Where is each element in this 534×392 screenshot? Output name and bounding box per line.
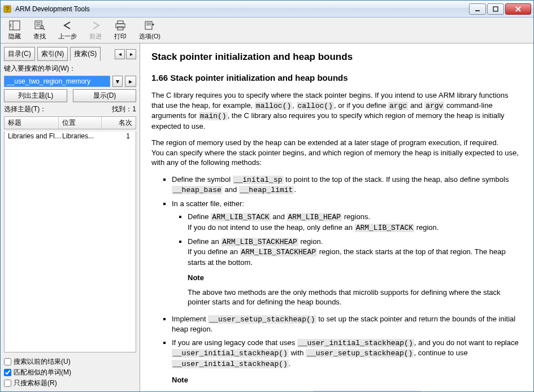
window-title: ARM Development Tools xyxy=(15,5,469,13)
code: malloc() xyxy=(255,102,292,110)
back-label: 上一步 xyxy=(58,32,77,41)
options-label: 选项(O) xyxy=(139,32,160,41)
content-pane[interactable]: Stack pointer initialization and heap bo… xyxy=(140,43,533,391)
back-icon xyxy=(62,20,73,31)
list-item: Define the symbol __inital_sp to point t… xyxy=(172,175,522,195)
close-button[interactable] xyxy=(505,3,531,15)
svg-rect-17 xyxy=(145,21,152,29)
list-item: In a scatter file, either: Define ARM_LI… xyxy=(172,199,522,307)
paragraph: The C library requires you to specify wh… xyxy=(151,90,522,131)
tab-index[interactable]: 索引(N) xyxy=(37,47,68,61)
code: ARM_LIB_STACK xyxy=(355,224,414,232)
check-similar-words[interactable]: 匹配相似的单词(M) xyxy=(4,368,136,377)
code: argv xyxy=(424,102,444,110)
titlebar[interactable]: ? ARM Development Tools xyxy=(1,1,533,18)
code: ARM_LIB_STACKHEAP xyxy=(221,238,298,246)
find-icon xyxy=(34,20,45,31)
svg-rect-15 xyxy=(116,24,125,28)
results-list[interactable]: Libraries and Flo... Libraries... 1 xyxy=(4,132,136,352)
svg-line-13 xyxy=(43,28,45,30)
print-label: 打印 xyxy=(114,32,127,41)
note-heading: Note xyxy=(172,375,522,385)
section-heading: 1.66 Stack pointer initialization and he… xyxy=(151,73,522,82)
forward-button: 前进 xyxy=(85,19,106,42)
note-body: ARM recommends that you switch to using … xyxy=(172,389,522,391)
code: __user_setup_stackheap() xyxy=(306,349,414,358)
minimize-button[interactable] xyxy=(469,3,486,15)
list-item: Define ARM_LIB_STACK and ARM_LIB_HEAP re… xyxy=(188,212,522,233)
titles-only-checkbox[interactable] xyxy=(4,380,11,387)
svg-rect-14 xyxy=(118,21,123,24)
col-location[interactable]: 位置 xyxy=(59,117,102,129)
tab-scroll-right[interactable]: ▸ xyxy=(126,49,136,59)
code: ARM_LIB_HEAP xyxy=(287,213,342,221)
result-location: Libraries... xyxy=(62,132,105,140)
list-topics-button[interactable]: 列出主题(L) xyxy=(4,89,67,102)
hide-label: 隐藏 xyxy=(8,32,21,41)
forward-icon xyxy=(90,20,101,31)
find-button[interactable]: 查找 xyxy=(29,19,50,42)
result-title: Libraries and Flo... xyxy=(8,132,62,140)
search-go-button[interactable]: ▸ xyxy=(125,76,136,87)
result-rank: 1 xyxy=(105,132,132,140)
code: calloc() xyxy=(297,102,334,110)
help-icon: ? xyxy=(3,5,12,14)
note-body: The above two methods are the only metho… xyxy=(188,288,522,307)
print-icon xyxy=(115,20,126,31)
code: main() xyxy=(199,112,228,120)
list-item: If you are using legacy code that uses _… xyxy=(172,338,522,391)
svg-rect-6 xyxy=(10,21,20,30)
search-label: 键入要搜索的单词(W)： xyxy=(4,64,136,73)
hide-button[interactable]: 隐藏 xyxy=(4,19,25,42)
code: ARM_LIB_STACKHEAP xyxy=(240,248,318,256)
code: __inital_sp xyxy=(233,176,284,184)
forward-label: 前进 xyxy=(89,32,102,41)
select-topic-label: 选择主题(T)： xyxy=(4,104,46,114)
col-rank[interactable]: 名次 xyxy=(102,117,136,129)
hide-icon xyxy=(9,20,20,31)
code: ARM_LIB_STACK xyxy=(211,213,270,221)
similar-words-checkbox[interactable] xyxy=(4,369,11,376)
list-item: Implement __user_setup_stackheap() to se… xyxy=(172,314,522,334)
method-list: Define the symbol __inital_sp to point t… xyxy=(151,175,522,391)
code: __user_setup_stackheap() xyxy=(208,315,316,324)
svg-rect-16 xyxy=(118,27,123,30)
svg-rect-8 xyxy=(35,21,42,29)
code: __heap_base xyxy=(172,186,223,194)
paragraph: The region of memory used by the heap ca… xyxy=(151,138,522,168)
prev-results-checkbox[interactable] xyxy=(4,358,11,365)
code: argc xyxy=(388,102,408,110)
tab-scroll-left[interactable]: ◂ xyxy=(115,49,125,59)
find-label: 查找 xyxy=(33,32,46,41)
svg-text:?: ? xyxy=(6,6,9,12)
page-title: Stack pointer initialization and heap bo… xyxy=(151,51,522,63)
check-prev-results[interactable]: 搜索以前的结果(U) xyxy=(4,357,136,367)
note-heading: Note xyxy=(188,273,522,283)
help-window: ? ARM Development Tools 隐藏 查找 上一步 前进 打印 xyxy=(0,0,534,392)
sidebar: 目录(C) 索引(N) 搜索(S) ◂ ▸ 键入要搜索的单词(W)： ▾ ▸ 列… xyxy=(1,43,140,391)
search-dropdown[interactable]: ▾ xyxy=(112,76,123,87)
print-button[interactable]: 打印 xyxy=(110,19,131,42)
found-count: 找到：1 xyxy=(112,104,136,114)
display-button[interactable]: 显示(D) xyxy=(73,89,136,102)
tab-contents[interactable]: 目录(C) xyxy=(4,47,35,61)
options-button[interactable]: 选项(O) xyxy=(134,19,165,42)
code: __user_initial_stackheap() xyxy=(172,360,289,368)
code: __user_initial_stackheap() xyxy=(172,349,289,358)
results-header: 标题 位置 名次 xyxy=(4,116,136,129)
result-row[interactable]: Libraries and Flo... Libraries... 1 xyxy=(5,132,136,141)
options-icon xyxy=(144,20,155,31)
search-input[interactable] xyxy=(4,76,110,87)
toolbar: 隐藏 查找 上一步 前进 打印 选项(O) xyxy=(1,18,533,43)
check-titles-only[interactable]: 只搜索标题(R) xyxy=(4,378,136,388)
maximize-button[interactable] xyxy=(487,3,504,15)
back-button[interactable]: 上一步 xyxy=(54,19,81,42)
code: __user_initial_stackheap() xyxy=(297,339,414,347)
col-title[interactable]: 标题 xyxy=(5,117,59,129)
code: __heap_limit xyxy=(239,186,294,194)
tab-search[interactable]: 搜索(S) xyxy=(70,47,101,61)
list-item: Define an ARM_LIB_STACKHEAP region.If yo… xyxy=(188,237,522,307)
code: __user_setup_stackheap() xyxy=(313,390,421,391)
svg-rect-3 xyxy=(493,7,498,11)
